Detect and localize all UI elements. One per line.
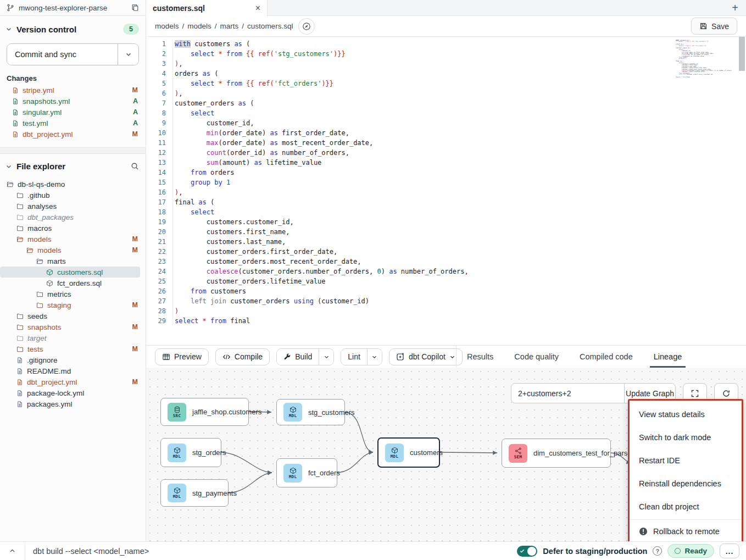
code-line[interactable]: 16), [146,187,746,197]
ellipsis-menu-icon[interactable]: ... [720,544,739,558]
tab-code-quality[interactable]: Code quality [504,346,569,368]
tree-item-snapshots[interactable]: snapshotsM [0,321,146,332]
code-line[interactable]: 1with customers as ( [146,39,746,49]
breadcrumb-segment[interactable]: customers.sql [247,22,293,30]
code-line[interactable]: 29select * from final [146,316,746,326]
help-icon[interactable]: ? [653,546,662,556]
menu-item-view-status-details[interactable]: View status details [630,403,742,426]
dbt-command-input[interactable] [25,547,517,556]
code-line[interactable]: 17final as ( [146,197,746,207]
code-line[interactable]: 21 customers.last_name, [146,237,746,247]
tab-lineage[interactable]: Lineage [643,346,693,368]
compile-button[interactable]: Compile [215,348,270,365]
code-line[interactable]: 25 customer_orders.lifetime_value [146,276,746,286]
chevron-up-icon[interactable] [0,542,25,560]
menu-item-reinstall-dependencies[interactable]: Reinstall dependencies [630,472,742,495]
chevron-down-icon[interactable] [5,163,12,170]
change-item[interactable]: stripe.ymlM [0,85,146,96]
code-lines[interactable]: 1with customers as (2 select * from {{ r… [146,39,746,326]
tree-item-package-lock-yml[interactable]: package-lock.yml [0,387,146,398]
code-line[interactable]: 8 select [146,108,746,118]
tree-item--gitignore[interactable]: .gitignore [0,354,146,365]
tree-item-dbt-packages[interactable]: dbt_packages [0,212,146,223]
tree-item-marts[interactable]: marts [0,256,146,267]
close-icon[interactable]: × [255,4,260,13]
code-line[interactable]: 5 select * from {{ ref('fct_orders')}} [146,79,746,88]
lineage-node-jaffle-shop-customers[interactable]: SRCjaffle_shop.customers [160,398,249,426]
lineage-node-customers[interactable]: MDLcustomers [377,437,440,468]
change-item[interactable]: singular.ymlA [0,107,146,118]
code-editor[interactable]: 1with customers as (2 select * from {{ r… [146,37,746,345]
tree-item-readme-md[interactable]: README.md [0,365,146,376]
code-line[interactable]: select * from final [676,77,731,78]
menu-item-restart-ide[interactable]: Restart IDE [630,449,742,472]
code-line[interactable]: 23 customer_orders.most_recent_order_dat… [146,257,746,267]
tree-item-packages-yml[interactable]: packages.yml [0,398,146,409]
lineage-node-dim-customers-test-for-parse[interactable]: SEMdim_customers_test_for_parse [502,439,611,468]
dbt-copilot-button[interactable]: dbt Copilot [389,348,463,365]
code-line[interactable]: 15 group by 1 [146,178,746,187]
tree-item-macros[interactable]: macros [0,223,146,234]
code-line[interactable]: 22 customer_orders.first_order_date, [146,247,746,257]
menu-item-rollback-to-remote[interactable]: Rollback to remote [630,521,742,541]
code-line[interactable]: 13 sum(amount) as lifetime_value [146,158,746,168]
tree-item--github[interactable]: .github [0,190,146,201]
change-item[interactable]: dbt_project.ymlM [0,129,146,140]
tab-compiled-code[interactable]: Compiled code [569,346,643,368]
code-line[interactable]: 27 left join customer_orders using (cust… [146,296,746,306]
code-line[interactable]: 19 customers.customer_id, [146,217,746,227]
lineage-node-stg-customers[interactable]: MDLstg_customers [276,399,345,425]
lineage-node-stg-payments[interactable]: MDLstg_payments [160,479,229,507]
code-line[interactable]: 9 customer_id, [146,118,746,128]
minimap[interactable]: with customers as ( select * from {{ ref… [676,40,731,78]
code-line[interactable]: 11 max(order_date) as most_recent_order_… [146,138,746,148]
code-line[interactable]: 18 select [146,207,746,217]
build-button[interactable]: Build [277,349,319,365]
code-line[interactable]: 28) [146,306,746,316]
tab-results[interactable]: Results [456,346,504,368]
search-icon[interactable] [131,162,139,170]
breadcrumb-segment[interactable]: models [187,22,211,30]
new-tab-plus-icon[interactable]: + [732,0,738,15]
code-line[interactable]: 6), [146,88,746,98]
code-line[interactable]: 24 coalesce(customer_orders.number_of_or… [146,267,746,276]
editor-scrollbar[interactable] [739,37,745,345]
code-line[interactable]: 26 from customers [146,286,746,296]
compass-icon[interactable] [298,18,315,35]
build-options-chevron-icon[interactable] [319,349,333,365]
code-line[interactable]: 14 from orders [146,168,746,178]
preview-button[interactable]: Preview [155,348,209,365]
code-line[interactable]: 12 count(order_id) as number_of_orders, [146,148,746,158]
tree-item-models[interactable]: modelsM [0,245,146,256]
code-line[interactable]: 4orders as ( [146,69,746,79]
tree-item-staging[interactable]: stagingM [0,300,146,311]
tree-item-analyses[interactable]: analyses [0,201,146,212]
change-item[interactable]: snapshots.ymlA [0,96,146,107]
code-line[interactable]: 3), [146,59,746,69]
code-line[interactable]: 2 select * from {{ ref('stg_customers')}… [146,49,746,59]
lineage-node-fct-orders[interactable]: MDLfct_orders [276,458,337,487]
breadcrumb-segment[interactable]: models [155,22,179,30]
tree-item-tests[interactable]: testsM [0,343,146,354]
lint-button[interactable]: Lint [341,349,367,365]
scrollbar-thumb[interactable] [739,37,745,71]
breadcrumb-segment[interactable]: marts [220,22,239,30]
code-line[interactable]: 7customer_orders as ( [146,98,746,108]
lint-options-chevron-icon[interactable] [367,349,382,365]
commit-and-sync-button[interactable]: Commit and sync [7,44,118,65]
tab-customers-sql[interactable]: customers.sql × [146,0,268,16]
tree-item-metrics[interactable]: metrics [0,289,146,300]
tree-item-target[interactable]: target [0,332,146,343]
commit-options-chevron-icon[interactable] [118,44,138,65]
tree-item-db-sl-qs-demo[interactable]: db-sl-qs-demo [0,179,146,190]
code-line[interactable]: 20 customers.first_name, [146,227,746,237]
tree-item-models[interactable]: modelsM [0,234,146,245]
lineage-node-stg-orders[interactable]: MDLstg_orders [160,438,221,467]
tree-item-dbt-project-yml[interactable]: dbt_project.ymlM [0,376,146,387]
menu-item-switch-to-dark-mode[interactable]: Switch to dark mode [630,426,742,449]
tree-item-seeds[interactable]: seeds [0,311,146,321]
save-button[interactable]: Save [691,18,737,35]
change-item[interactable]: test.ymlA [0,118,146,129]
tree-item-customers-sql[interactable]: customers.sql [0,267,140,278]
tree-item-fct-orders-sql[interactable]: fct_orders.sql [0,278,146,289]
